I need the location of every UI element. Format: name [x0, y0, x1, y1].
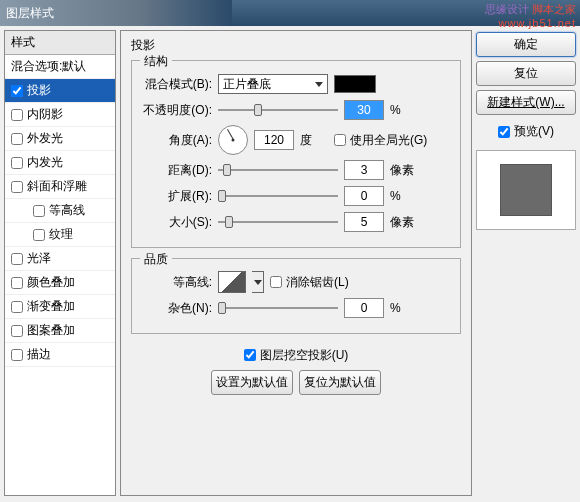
contour-row: 等高线: 消除锯齿(L)	[140, 271, 452, 293]
structure-fieldset: 结构 混合模式(B): 正片叠底 不透明度(O): % 角度(A): 度 使用全…	[131, 60, 461, 248]
angle-label: 角度(A):	[140, 132, 212, 149]
knockout-row: 图层挖空投影(U)	[131, 344, 461, 366]
spread-slider[interactable]	[218, 188, 338, 204]
blend-mode-row: 混合模式(B): 正片叠底	[140, 73, 452, 95]
preview-check[interactable]: 预览(V)	[476, 123, 576, 140]
titlebar: 图层样式 思缘设计脚本之家 www.jb51.net	[0, 0, 580, 26]
style-gradient-overlay[interactable]: 渐变叠加	[5, 295, 115, 319]
distance-input[interactable]	[344, 160, 384, 180]
spread-row: 扩展(R): %	[140, 185, 452, 207]
checkbox[interactable]	[11, 253, 23, 265]
checkbox[interactable]	[11, 301, 23, 313]
spread-label: 扩展(R):	[140, 188, 212, 205]
style-pattern-overlay[interactable]: 图案叠加	[5, 319, 115, 343]
style-contour[interactable]: 等高线	[5, 199, 115, 223]
new-style-button[interactable]: 新建样式(W)...	[476, 90, 576, 115]
preview-swatch	[500, 164, 552, 216]
opacity-input[interactable]	[344, 100, 384, 120]
global-light-check[interactable]: 使用全局光(G)	[334, 132, 427, 149]
blend-mode-label: 混合模式(B):	[140, 76, 212, 93]
ok-button[interactable]: 确定	[476, 32, 576, 57]
checkbox[interactable]	[11, 325, 23, 337]
knockout-check[interactable]: 图层挖空投影(U)	[244, 347, 349, 364]
set-default-button[interactable]: 设置为默认值	[211, 370, 293, 395]
style-inner-glow[interactable]: 内发光	[5, 151, 115, 175]
blend-options-row[interactable]: 混合选项:默认	[5, 55, 115, 79]
checkbox[interactable]	[11, 277, 23, 289]
antialias-check[interactable]: 消除锯齿(L)	[270, 274, 349, 291]
checkbox[interactable]	[33, 229, 45, 241]
window-title: 图层样式	[6, 5, 54, 22]
style-outer-glow[interactable]: 外发光	[5, 127, 115, 151]
distance-row: 距离(D): 像素	[140, 159, 452, 181]
style-satin[interactable]: 光泽	[5, 247, 115, 271]
opacity-slider[interactable]	[218, 102, 338, 118]
checkbox[interactable]	[11, 85, 23, 97]
style-bevel[interactable]: 斜面和浮雕	[5, 175, 115, 199]
quality-fieldset: 品质 等高线: 消除锯齿(L) 杂色(N): %	[131, 258, 461, 334]
styles-header: 样式	[5, 31, 115, 55]
watermark: 思缘设计脚本之家 www.jb51.net	[485, 2, 576, 29]
section-title: 投影	[131, 37, 461, 54]
checkbox[interactable]	[11, 181, 23, 193]
checkbox[interactable]	[11, 349, 23, 361]
size-input[interactable]	[344, 212, 384, 232]
blend-mode-select[interactable]: 正片叠底	[218, 74, 328, 94]
style-texture[interactable]: 纹理	[5, 223, 115, 247]
main-content: 样式 混合选项:默认 投影 内阴影 外发光 内发光 斜面和浮雕 等高线 纹理 光…	[0, 26, 580, 500]
style-stroke[interactable]: 描边	[5, 343, 115, 367]
checkbox[interactable]	[11, 133, 23, 145]
contour-label: 等高线:	[140, 274, 212, 291]
settings-panel: 投影 结构 混合模式(B): 正片叠底 不透明度(O): % 角度(A): 度 …	[120, 30, 472, 496]
structure-legend: 结构	[140, 53, 172, 70]
preview-box	[476, 150, 576, 230]
reset-default-button[interactable]: 复位为默认值	[299, 370, 381, 395]
contour-dropdown[interactable]	[252, 271, 264, 293]
distance-slider[interactable]	[218, 162, 338, 178]
style-color-overlay[interactable]: 颜色叠加	[5, 271, 115, 295]
noise-label: 杂色(N):	[140, 300, 212, 317]
noise-slider[interactable]	[218, 300, 338, 316]
size-row: 大小(S): 像素	[140, 211, 452, 233]
opacity-row: 不透明度(O): %	[140, 99, 452, 121]
styles-panel: 样式 混合选项:默认 投影 内阴影 外发光 内发光 斜面和浮雕 等高线 纹理 光…	[4, 30, 116, 496]
size-label: 大小(S):	[140, 214, 212, 231]
cancel-button[interactable]: 复位	[476, 61, 576, 86]
size-slider[interactable]	[218, 214, 338, 230]
checkbox[interactable]	[11, 109, 23, 121]
contour-picker[interactable]	[218, 271, 246, 293]
noise-input[interactable]	[344, 298, 384, 318]
quality-legend: 品质	[140, 251, 172, 268]
chevron-down-icon	[254, 280, 262, 285]
shadow-color-swatch[interactable]	[334, 75, 376, 93]
right-panel: 确定 复位 新建样式(W)... 预览(V)	[476, 30, 576, 496]
noise-row: 杂色(N): %	[140, 297, 452, 319]
chevron-down-icon	[315, 82, 323, 87]
opacity-label: 不透明度(O):	[140, 102, 212, 119]
angle-input[interactable]	[254, 130, 294, 150]
style-inner-shadow[interactable]: 内阴影	[5, 103, 115, 127]
distance-label: 距离(D):	[140, 162, 212, 179]
checkbox[interactable]	[33, 205, 45, 217]
angle-dial[interactable]	[218, 125, 248, 155]
checkbox[interactable]	[11, 157, 23, 169]
style-drop-shadow[interactable]: 投影	[5, 79, 115, 103]
angle-row: 角度(A): 度 使用全局光(G)	[140, 125, 452, 155]
spread-input[interactable]	[344, 186, 384, 206]
